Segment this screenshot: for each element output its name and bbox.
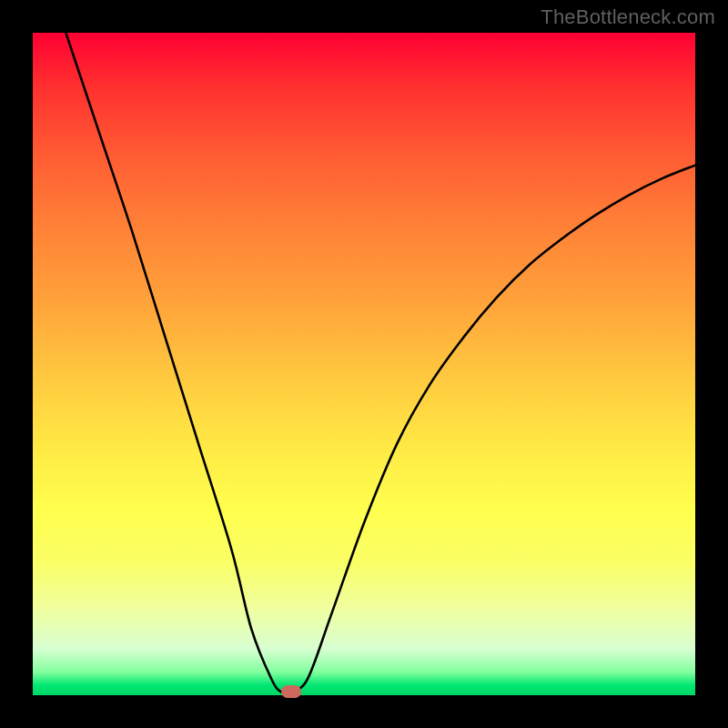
chart-stage: TheBottleneck.com (0, 0, 728, 728)
plot-area (33, 33, 695, 695)
optimal-point-marker (281, 685, 301, 698)
bottleneck-curve (33, 33, 695, 695)
watermark-text: TheBottleneck.com (541, 5, 715, 29)
